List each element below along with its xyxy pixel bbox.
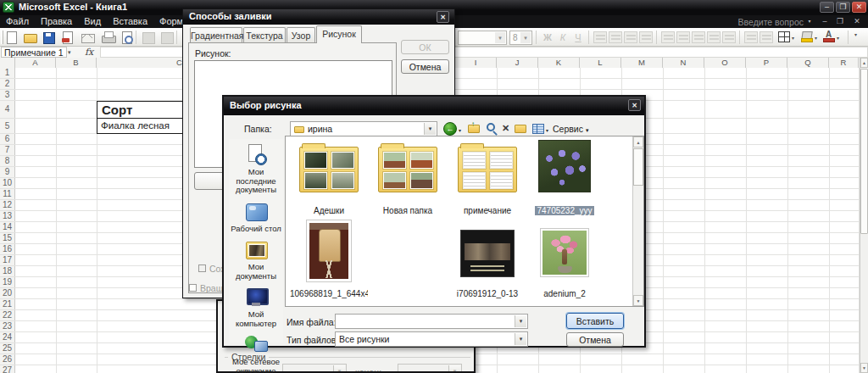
cancel-button[interactable]: Отмена bbox=[401, 59, 449, 74]
print-icon[interactable] bbox=[100, 31, 115, 44]
chevron-down-icon[interactable]: ▾ bbox=[515, 333, 526, 345]
tools-menu[interactable]: Сервис ▾ bbox=[553, 124, 588, 134]
chevron-down-icon[interactable]: ▾ bbox=[792, 35, 794, 41]
chevron-down-icon[interactable]: ▾ bbox=[495, 32, 505, 43]
scroll-up-icon[interactable]: ▲ bbox=[860, 58, 868, 68]
menu-3[interactable]: Вид bbox=[78, 15, 107, 28]
file-thumb-folder-plants[interactable] bbox=[299, 147, 359, 192]
file-thumb-adenium[interactable] bbox=[540, 228, 589, 277]
name-box[interactable]: Примечание 1 bbox=[1, 47, 67, 58]
thousands-button[interactable] bbox=[692, 31, 705, 43]
column-header-O[interactable]: O bbox=[704, 58, 746, 68]
chevron-down-icon[interactable]: ▾ bbox=[515, 315, 526, 327]
filename-combo[interactable]: ▾ bbox=[335, 314, 528, 329]
menu-4[interactable]: Вставка bbox=[107, 15, 153, 28]
scroll-up-icon[interactable]: ▲ bbox=[633, 136, 643, 148]
insert-function-button[interactable]: fx bbox=[85, 47, 93, 58]
chevron-down-icon[interactable]: ▾ bbox=[804, 16, 815, 27]
file-thumb-chair[interactable] bbox=[306, 220, 352, 282]
file-thumb-folder-docs[interactable] bbox=[458, 147, 517, 192]
chevron-down-icon[interactable]: ▾ bbox=[546, 127, 548, 133]
views-icon[interactable] bbox=[532, 124, 544, 134]
workbook-restore-button[interactable]: ❐ bbox=[834, 16, 846, 27]
row-header-7[interactable]: 7 bbox=[0, 145, 15, 155]
row-header-17[interactable]: 17 bbox=[0, 255, 15, 265]
file-thumb-folder-pots[interactable] bbox=[378, 147, 437, 192]
align-left-button[interactable] bbox=[593, 31, 607, 43]
folder-combo[interactable]: ирина ▾ bbox=[290, 121, 437, 136]
align-center-button[interactable] bbox=[609, 31, 622, 43]
email-icon[interactable] bbox=[80, 31, 95, 44]
insert-button[interactable]: Вставить bbox=[566, 313, 624, 329]
print-preview-icon[interactable] bbox=[119, 31, 134, 44]
place-item-1[interactable]: Мои последние документы bbox=[230, 144, 282, 195]
chevron-down-icon[interactable]: ▾ bbox=[815, 35, 817, 41]
underline-button[interactable]: Ч bbox=[571, 31, 585, 44]
close-icon[interactable]: ✕ bbox=[628, 99, 641, 111]
close-icon[interactable]: ✕ bbox=[437, 11, 449, 23]
column-header-B[interactable]: B bbox=[56, 58, 97, 68]
arrow-begin-combo[interactable]: ▾ bbox=[282, 364, 347, 373]
file-list-scrollbar[interactable]: ▲ ▼ bbox=[632, 136, 643, 306]
decrease-indent-button[interactable] bbox=[744, 31, 758, 43]
menu-2[interactable]: Правка bbox=[35, 15, 78, 28]
restore-button[interactable]: ❐ bbox=[836, 2, 850, 13]
row-header-6[interactable]: 6 bbox=[0, 134, 15, 144]
row-header-23[interactable]: 23 bbox=[0, 321, 15, 331]
row-header-18[interactable]: 18 bbox=[0, 266, 15, 276]
increase-decimal-button[interactable] bbox=[707, 31, 721, 43]
chevron-down-icon[interactable]: ▾ bbox=[68, 49, 71, 56]
font-size-combo[interactable]: 8▾ bbox=[509, 31, 532, 45]
research-icon[interactable] bbox=[159, 31, 175, 44]
increase-indent-button[interactable] bbox=[760, 31, 773, 43]
column-header-L[interactable]: L bbox=[580, 58, 621, 68]
rotate-fill-checkbox[interactable] bbox=[189, 284, 197, 292]
arrow-end-combo[interactable]: ▾ bbox=[398, 364, 462, 373]
tab-Текстура[interactable]: Текстура bbox=[243, 27, 286, 42]
row-header-26[interactable]: 26 bbox=[0, 354, 15, 365]
row-header-13[interactable]: 13 bbox=[0, 211, 15, 221]
file-thumb-image-dark[interactable] bbox=[460, 230, 515, 277]
keep-ratio-checkbox[interactable] bbox=[198, 264, 206, 272]
column-header-I[interactable]: I bbox=[455, 58, 497, 68]
vertical-scrollbar[interactable]: ▲ ▼ bbox=[860, 58, 868, 373]
align-right-button[interactable] bbox=[624, 31, 637, 43]
file-label[interactable]: 106968819_1_644x46… bbox=[290, 289, 368, 298]
fill-color-icon[interactable] bbox=[800, 31, 813, 42]
chevron-down-icon[interactable]: ▾ bbox=[459, 127, 461, 133]
spelling-icon[interactable] bbox=[141, 31, 156, 44]
row-header-21[interactable]: 21 bbox=[0, 299, 15, 309]
workbook-minimize-button[interactable]: – bbox=[819, 16, 831, 27]
back-icon[interactable]: ← bbox=[443, 122, 457, 136]
row-header-20[interactable]: 20 bbox=[0, 288, 15, 298]
row-header-25[interactable]: 25 bbox=[0, 343, 15, 354]
font-color-icon[interactable]: А bbox=[822, 31, 835, 42]
merge-center-button[interactable] bbox=[639, 31, 653, 43]
borders-icon[interactable] bbox=[778, 31, 790, 42]
cancel-button[interactable]: Отмена bbox=[566, 332, 624, 347]
permission-icon[interactable] bbox=[59, 31, 75, 44]
toolbar-options-icon[interactable]: ▾ bbox=[854, 31, 857, 37]
column-header-P[interactable]: P bbox=[746, 58, 787, 68]
column-header-Q[interactable]: Q bbox=[787, 58, 829, 68]
row-header-4[interactable]: 4 bbox=[0, 101, 15, 118]
file-label[interactable]: 74705232_yyy bbox=[526, 206, 604, 215]
scrollbar-thumb[interactable] bbox=[860, 69, 868, 234]
row-header-5[interactable]: 5 bbox=[0, 119, 15, 133]
scroll-down-icon[interactable]: ▼ bbox=[860, 363, 868, 373]
chevron-down-icon[interactable]: ▾ bbox=[837, 35, 839, 41]
currency-button[interactable] bbox=[661, 31, 675, 43]
row-header-19[interactable]: 19 bbox=[0, 277, 15, 287]
row-header-9[interactable]: 9 bbox=[0, 167, 15, 177]
tab-Градиентная[interactable]: Градиентная bbox=[190, 27, 242, 42]
workbook-close-button[interactable]: ✕ bbox=[851, 16, 863, 27]
bold-button[interactable]: Ж bbox=[541, 31, 554, 44]
column-header-N[interactable]: N bbox=[663, 58, 704, 68]
file-label[interactable]: Новая папка bbox=[369, 206, 447, 215]
column-header-J[interactable]: J bbox=[497, 58, 538, 68]
tab-Рисунок[interactable]: Рисунок bbox=[316, 25, 362, 43]
place-item-2[interactable]: Рабочий стол bbox=[230, 201, 282, 234]
row-header-16[interactable]: 16 bbox=[0, 244, 15, 254]
row-header-24[interactable]: 24 bbox=[0, 332, 15, 342]
decrease-decimal-button[interactable] bbox=[722, 31, 736, 43]
